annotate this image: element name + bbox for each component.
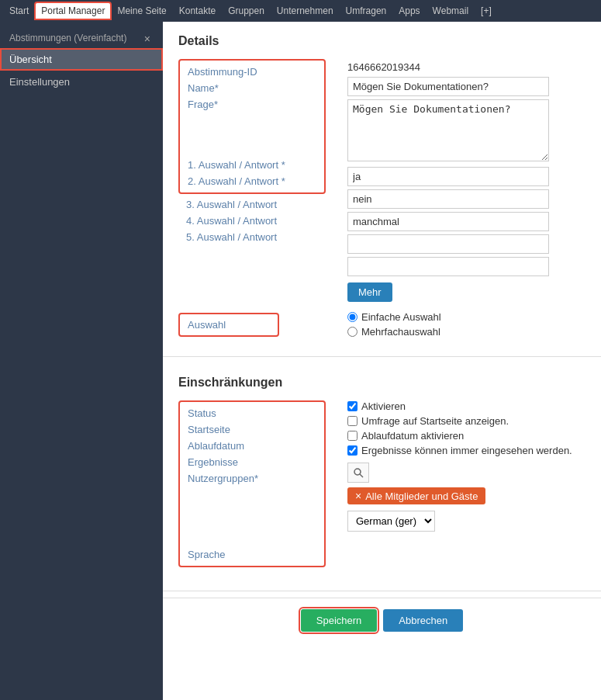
sidebar-section-title: Abstimmungen (Vereinfacht) × [0, 28, 163, 48]
auswahl4-input[interactable] [347, 234, 549, 254]
nav-plus[interactable]: [+] [475, 2, 498, 19]
restrictions-section: Einschränkungen Status Startseite Ablauf… [163, 363, 601, 584]
auswahl-label: Auswahl [188, 319, 270, 331]
radio-mehrfach[interactable]: Mehrfachauswahl [347, 326, 585, 338]
ergebnisse-label: Ergebnisse [188, 454, 316, 470]
sidebar-item-ubersicht[interactable]: Übersicht [0, 48, 163, 71]
ablaufdatum-checkbox-label[interactable]: Ablaufdatum aktivieren [347, 430, 585, 442]
frage-label: Frage* [188, 96, 316, 157]
sprache-label: Sprache [188, 546, 316, 563]
ablaufdatum-checkbox[interactable] [347, 431, 357, 441]
tag-close-icon[interactable]: × [355, 490, 361, 502]
bottom-bar: Speichern Abbrechen [163, 598, 601, 643]
startseite-checkbox-label[interactable]: Umfrage auf Startseite anzeigen. [347, 415, 585, 427]
main-content: Details Abstimmung-ID Name* Frage* 1. Au… [163, 22, 601, 700]
auswahl4-label: 4. Auswahl / Antwort [178, 213, 341, 229]
ergebnisse-checkbox[interactable] [347, 445, 357, 456]
aktivieren-checkbox-label[interactable]: Aktivieren [347, 400, 585, 412]
close-icon[interactable]: × [144, 33, 150, 45]
name-label: Name* [188, 80, 316, 96]
nav-portal-manager[interactable]: Portal Manager [35, 2, 111, 19]
auswahl1-label: 1. Auswahl / Antwort * [188, 157, 316, 173]
sprache-select[interactable]: German (ger) English (eng) French (fra) [347, 511, 435, 532]
auswahl1-input[interactable] [347, 167, 549, 186]
abstimmung-id-label: Abstimmung-ID [188, 64, 316, 80]
auswahl3-input[interactable] [347, 212, 549, 231]
nav-start[interactable]: Start [3, 2, 35, 19]
nav-gruppen[interactable]: Gruppen [222, 2, 271, 19]
nutzergruppen-search-btn[interactable] [347, 463, 369, 483]
auswahl5-input[interactable] [347, 257, 549, 276]
nav-kontakte[interactable]: Kontakte [173, 2, 222, 19]
radio-einfach[interactable]: Einfache Auswahl [347, 311, 585, 323]
mehr-button[interactable]: Mehr [347, 282, 392, 302]
startseite-label: Startseite [188, 421, 316, 438]
restrictions-title: Einschränkungen [178, 376, 585, 390]
aktivieren-checkbox[interactable] [347, 401, 357, 411]
nutzergruppen-tag[interactable]: × Alle Mitglieder und Gäste [347, 487, 485, 504]
top-nav: Start Portal Manager Meine Seite Kontakt… [0, 0, 601, 22]
details-section: Details Abstimmung-ID Name* Frage* 1. Au… [163, 22, 601, 350]
startseite-checkbox[interactable] [347, 416, 357, 426]
auswahl2-label: 2. Auswahl / Antwort * [188, 173, 316, 189]
details-title: Details [178, 34, 585, 48]
nutzergruppen-label: Nutzergruppen* [188, 470, 316, 546]
nav-umfragen[interactable]: Umfragen [340, 2, 393, 19]
ablaufdatum-label: Ablaufdatum [188, 438, 316, 454]
auswahl5-label: 5. Auswahl / Antwort [178, 229, 341, 245]
nav-meine-seite[interactable]: Meine Seite [111, 2, 172, 19]
auswahl-radio-group: Einfache Auswahl Mehrfachauswahl [347, 311, 585, 338]
svg-line-1 [360, 474, 363, 477]
sidebar-item-einstellungen[interactable]: Einstellungen [0, 71, 163, 93]
auswahl2-input[interactable] [347, 189, 549, 209]
ergebnisse-checkbox-label[interactable]: Ergebnisse können immer eingesehen werde… [347, 445, 585, 456]
nav-webmail[interactable]: Webmail [427, 2, 475, 19]
cancel-button[interactable]: Abbrechen [383, 609, 463, 632]
svg-point-0 [354, 469, 361, 475]
abstimmung-id-value: 1646662019344 [347, 59, 585, 75]
save-button[interactable]: Speichern [301, 609, 378, 632]
auswahl3-label: 3. Auswahl / Antwort [178, 194, 341, 213]
nav-unternehmen[interactable]: Unternehmen [271, 2, 340, 19]
name-input[interactable] [347, 77, 549, 96]
sidebar: Abstimmungen (Vereinfacht) × Übersicht E… [0, 22, 163, 700]
nav-apps[interactable]: Apps [392, 2, 426, 19]
status-label: Status [188, 405, 316, 421]
frage-textarea[interactable]: Mögen Sie Dokumentationen? [347, 99, 549, 161]
